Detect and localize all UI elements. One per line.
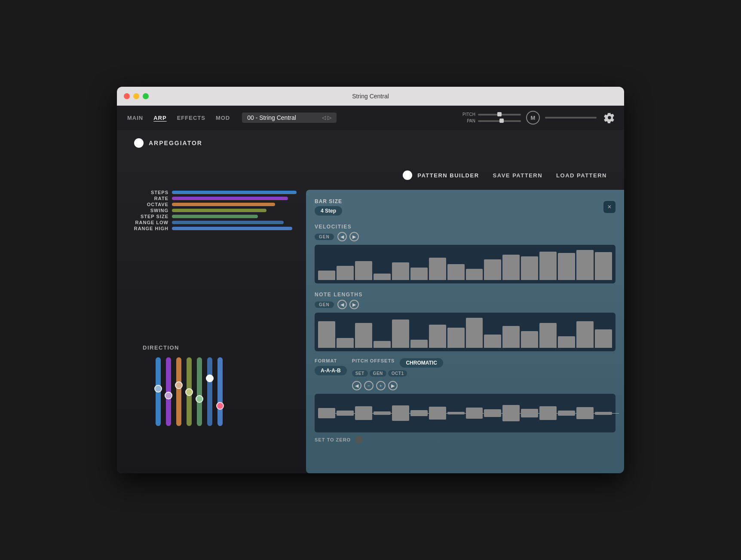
- tab-main[interactable]: MAIN: [124, 113, 147, 123]
- bar[interactable]: [484, 335, 501, 348]
- preset-prev[interactable]: ◁: [322, 115, 326, 121]
- bar[interactable]: [429, 325, 446, 348]
- pitch-bar[interactable]: [318, 408, 335, 418]
- vert-track-rangelow[interactable]: [207, 357, 212, 426]
- octave-slider[interactable]: [172, 203, 275, 206]
- pan-slider[interactable]: [478, 120, 521, 122]
- bar[interactable]: [539, 252, 557, 280]
- vert-thumb-rangehigh[interactable]: [216, 402, 224, 410]
- bar[interactable]: [392, 262, 409, 280]
- bar[interactable]: [410, 268, 428, 280]
- stepsize-slider[interactable]: [172, 215, 258, 218]
- bar[interactable]: [429, 258, 446, 280]
- rate-slider[interactable]: [172, 197, 288, 200]
- tab-arp[interactable]: ARP: [150, 113, 170, 123]
- vert-track-stepsize[interactable]: [197, 357, 202, 426]
- bar[interactable]: [318, 321, 335, 348]
- set-zero-toggle[interactable]: [355, 436, 363, 444]
- velocities-prev-button[interactable]: ◀: [337, 232, 347, 241]
- bar[interactable]: [447, 264, 465, 280]
- pitch-next-button[interactable]: ▶: [388, 381, 398, 390]
- vert-track-rate[interactable]: [166, 357, 171, 426]
- pitch-bar[interactable]: [558, 411, 575, 416]
- pitch-bar[interactable]: [355, 406, 372, 420]
- bar[interactable]: [502, 255, 520, 280]
- preset-next[interactable]: ▷: [328, 115, 331, 121]
- pitch-bar[interactable]: [595, 412, 612, 415]
- pitch-bar[interactable]: [410, 410, 428, 417]
- note-lengths-next-button[interactable]: ▶: [349, 300, 359, 309]
- minimize-button[interactable]: [133, 93, 139, 99]
- bar[interactable]: [374, 341, 391, 348]
- bar[interactable]: [392, 320, 409, 348]
- save-pattern-button[interactable]: SAVE PATTERN: [493, 172, 543, 179]
- bar[interactable]: [576, 321, 594, 348]
- load-pattern-button[interactable]: LOAD PATTERN: [556, 172, 607, 179]
- vert-thumb-swing[interactable]: [185, 388, 193, 396]
- pitch-bar[interactable]: [484, 409, 501, 417]
- vert-track-steps[interactable]: [156, 357, 161, 426]
- pitch-bar[interactable]: [502, 405, 520, 421]
- vert-thumb-rangelow[interactable]: [206, 374, 214, 382]
- pitch-bar[interactable]: [576, 407, 594, 419]
- m-button[interactable]: M: [526, 111, 540, 125]
- close-button[interactable]: [124, 93, 130, 99]
- bar[interactable]: [355, 323, 372, 348]
- arp-toggle[interactable]: [134, 138, 144, 148]
- vert-thumb-rate[interactable]: [165, 392, 172, 399]
- bar[interactable]: [502, 326, 520, 348]
- rangehigh-slider[interactable]: [172, 227, 292, 230]
- bar[interactable]: [521, 256, 538, 280]
- vert-track-octave[interactable]: [176, 357, 181, 426]
- vol-slider[interactable]: [545, 117, 597, 119]
- four-step-button[interactable]: 4 Step: [315, 206, 342, 216]
- bar[interactable]: [595, 329, 612, 348]
- bar[interactable]: [447, 328, 465, 348]
- vert-track-rangehigh[interactable]: [217, 357, 223, 426]
- bar[interactable]: [355, 261, 372, 280]
- format-button[interactable]: A-A-A-B: [315, 366, 347, 375]
- velocities-gen-button[interactable]: GEN: [315, 234, 334, 240]
- pitch-minus-button[interactable]: −: [364, 381, 374, 390]
- bar[interactable]: [558, 253, 575, 280]
- bar[interactable]: [374, 274, 391, 280]
- maximize-button[interactable]: [143, 93, 149, 99]
- pitch-set-button[interactable]: SET: [352, 370, 368, 377]
- tab-mod[interactable]: MOD: [212, 113, 233, 123]
- rangelow-slider[interactable]: [172, 221, 284, 224]
- note-lengths-prev-button[interactable]: ◀: [337, 300, 347, 309]
- pitch-bar[interactable]: [521, 409, 538, 417]
- pitch-bar[interactable]: [466, 408, 483, 419]
- vert-thumb-octave[interactable]: [175, 381, 183, 389]
- velocities-next-button[interactable]: ▶: [349, 232, 359, 241]
- pitch-gen-button[interactable]: GEN: [370, 370, 386, 377]
- bar[interactable]: [595, 252, 612, 280]
- pattern-builder-circle[interactable]: [403, 170, 412, 180]
- pitch-slider[interactable]: [478, 114, 521, 116]
- chromatic-button[interactable]: CHROMATIC: [400, 358, 443, 368]
- note-lengths-gen-button[interactable]: GEN: [315, 301, 334, 308]
- pitch-bar[interactable]: [447, 412, 465, 414]
- bar[interactable]: [576, 250, 594, 280]
- pitch-plus-button[interactable]: +: [376, 381, 386, 390]
- vert-track-swing[interactable]: [187, 357, 192, 426]
- vert-thumb-stepsize[interactable]: [196, 395, 203, 403]
- pitch-bar[interactable]: [392, 405, 409, 420]
- pitch-bar[interactable]: [429, 407, 446, 419]
- pitch-bar[interactable]: [337, 411, 354, 416]
- bar[interactable]: [337, 338, 354, 348]
- steps-slider[interactable]: [172, 191, 297, 194]
- bar[interactable]: [466, 269, 483, 280]
- pitch-bar[interactable]: [539, 406, 557, 420]
- close-panel-button[interactable]: ×: [603, 201, 615, 213]
- bar[interactable]: [466, 318, 483, 348]
- preset-selector[interactable]: 00 - String Central ◁ ▷: [242, 113, 337, 123]
- bar[interactable]: [318, 271, 335, 280]
- pitch-bar[interactable]: [374, 411, 391, 415]
- vert-thumb-steps[interactable]: [154, 385, 162, 393]
- tab-effects[interactable]: EFFECTS: [174, 113, 209, 123]
- pitch-prev-button[interactable]: ◀: [352, 381, 361, 390]
- bar[interactable]: [337, 266, 354, 280]
- bar[interactable]: [484, 259, 501, 280]
- pitch-oct-button[interactable]: OCT1: [388, 370, 407, 377]
